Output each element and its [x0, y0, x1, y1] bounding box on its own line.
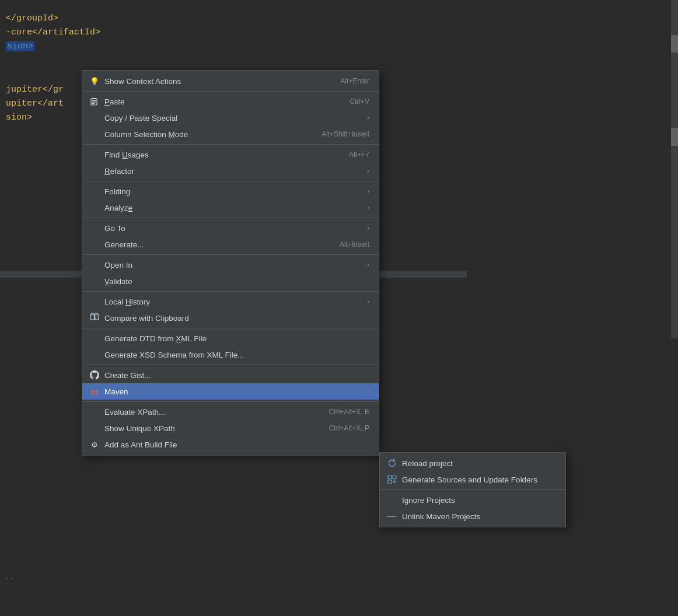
menu-item-validate[interactable]: Validate — [82, 273, 379, 289]
svg-rect-9 — [388, 475, 392, 479]
svg-rect-4 — [92, 103, 95, 104]
menu-item-analyze[interactable]: Analyze › — [82, 200, 379, 216]
svg-rect-11 — [388, 480, 392, 484]
submenu-label-unlink-maven: Unlink Maven Projects — [402, 512, 480, 521]
separator-5 — [82, 254, 379, 255]
menu-label-add-ant-build: Add as Ant Build File — [104, 440, 177, 449]
menu-label-validate: Validate — [104, 277, 132, 286]
shortcut-show-unique-xpath: Ctrl+Alt+X, P — [329, 424, 369, 432]
scrollbar-thumb-2[interactable] — [671, 128, 678, 146]
evaluate-xpath-icon — [89, 407, 100, 417]
local-history-icon — [89, 296, 100, 307]
menu-label-find-usages: Find Usages — [104, 150, 149, 159]
menu-label-go-to: Go To — [104, 224, 125, 233]
refactor-icon — [89, 166, 100, 176]
menu-label-local-history: Local History — [104, 298, 150, 306]
submenu-separator-1 — [380, 489, 565, 490]
menu-label-create-gist: Create Gist... — [104, 371, 151, 380]
separator-1 — [82, 91, 379, 92]
shortcut-column-selection: Alt+Shift+Insert — [321, 130, 369, 138]
menu-item-copy-paste-special[interactable]: Copy / Paste Special › — [82, 110, 379, 126]
go-to-icon — [89, 223, 100, 233]
generate-icon — [89, 239, 100, 250]
svg-rect-2 — [92, 100, 96, 101]
menu-item-generate[interactable]: Generate... Alt+Insert — [82, 236, 379, 253]
menu-item-show-context-actions[interactable]: 💡 Show Context Actions Alt+Enter — [82, 73, 379, 89]
submenu-item-generate-sources[interactable]: Generate Sources and Update Folders — [380, 471, 565, 488]
menu-item-folding[interactable]: Folding › — [82, 183, 379, 200]
separator-9 — [82, 401, 379, 402]
menu-item-open-in[interactable]: Open In › — [82, 257, 379, 273]
arrow-refactor: › — [367, 167, 369, 175]
shortcut-evaluate-xpath: Ctrl+Alt+X, E — [329, 408, 369, 416]
menu-label-generate: Generate... — [104, 240, 144, 249]
svg-rect-7 — [91, 313, 94, 315]
arrow-folding: › — [367, 187, 369, 195]
menu-label-column-selection: Column Selection Mode — [104, 130, 188, 139]
separator-4 — [82, 218, 379, 218]
menu-item-go-to[interactable]: Go To › — [82, 220, 379, 236]
shortcut-generate: Alt+Insert — [340, 240, 369, 249]
ant-icon: ⚙ — [89, 439, 100, 450]
menu-item-compare-clipboard[interactable]: Compare with Clipboard — [82, 310, 379, 326]
validate-icon — [89, 276, 100, 286]
menu-item-local-history[interactable]: Local History › — [82, 293, 379, 310]
show-unique-xpath-icon — [89, 423, 100, 433]
ignore-projects-icon — [387, 495, 397, 505]
menu-label-generate-xsd: Generate XSD Schema from XML File... — [104, 351, 244, 359]
menu-label-paste: Paste — [104, 97, 125, 106]
menu-label-analyze: Analyze — [104, 204, 132, 212]
menu-label-folding: Folding — [104, 187, 130, 196]
scrollbar-track[interactable] — [671, 0, 678, 338]
separator-8 — [82, 365, 379, 365]
generate-dtd-icon — [89, 333, 100, 344]
reload-icon — [387, 458, 397, 468]
menu-label-maven: Maven — [104, 387, 128, 396]
menu-item-generate-dtd[interactable]: Generate DTD from XML File — [82, 330, 379, 346]
arrow-local-history: › — [367, 298, 369, 306]
menu-item-maven[interactable]: m Maven › — [82, 383, 379, 400]
generate-sources-icon — [387, 474, 397, 485]
menu-item-add-ant-build[interactable]: ⚙ Add as Ant Build File — [82, 436, 379, 453]
menu-label-show-unique-xpath: Show Unique XPath — [104, 424, 175, 433]
find-usages-icon — [89, 149, 100, 160]
shortcut-show-context-actions: Alt+Enter — [340, 77, 369, 85]
menu-item-paste[interactable]: Paste Ctrl+V — [82, 93, 379, 110]
submenu-item-reload-project[interactable]: Reload project — [380, 455, 565, 471]
compare-clipboard-icon — [89, 313, 100, 323]
menu-item-refactor[interactable]: Refactor › — [82, 163, 379, 179]
submenu-item-unlink-maven[interactable]: — Unlink Maven Projects — [380, 508, 565, 524]
menu-item-find-usages[interactable]: Find Usages Alt+F7 — [82, 146, 379, 163]
submenu-label-generate-sources: Generate Sources and Update Folders — [402, 475, 537, 484]
separator-2 — [82, 144, 379, 145]
folding-icon — [89, 186, 100, 197]
menu-label-show-context-actions: Show Context Actions — [104, 77, 181, 86]
svg-rect-8 — [95, 313, 98, 315]
separator-6 — [82, 291, 379, 292]
submenu-label-ignore-projects: Ignore Projects — [402, 496, 455, 505]
open-in-icon — [89, 260, 100, 270]
menu-item-evaluate-xpath[interactable]: Evaluate XPath... Ctrl+Alt+X, E — [82, 404, 379, 420]
context-menu: 💡 Show Context Actions Alt+Enter Paste C… — [82, 70, 379, 456]
arrow-open-in: › — [367, 261, 369, 269]
menu-item-show-unique-xpath[interactable]: Show Unique XPath Ctrl+Alt+X, P — [82, 420, 379, 436]
menu-label-evaluate-xpath: Evaluate XPath... — [104, 408, 165, 416]
unlink-icon: — — [387, 511, 397, 522]
column-selection-icon — [89, 129, 100, 139]
shortcut-paste: Ctrl+V — [350, 97, 369, 106]
separator-3 — [82, 181, 379, 181]
svg-rect-3 — [92, 102, 96, 103]
menu-label-copy-paste-special: Copy / Paste Special — [104, 114, 177, 123]
submenu-item-ignore-projects[interactable]: Ignore Projects — [380, 492, 565, 508]
scrollbar-thumb-1[interactable] — [671, 35, 678, 52]
menu-item-create-gist[interactable]: Create Gist... — [82, 367, 379, 383]
paste-icon — [89, 96, 100, 107]
menu-label-compare-clipboard: Compare with Clipboard — [104, 314, 189, 323]
copy-paste-special-icon — [89, 113, 100, 123]
arrow-go-to: › — [367, 224, 369, 232]
menu-item-generate-xsd[interactable]: Generate XSD Schema from XML File... — [82, 346, 379, 363]
separator-7 — [82, 328, 379, 328]
menu-item-column-selection[interactable]: Column Selection Mode Alt+Shift+Insert — [82, 126, 379, 142]
svg-rect-10 — [393, 475, 396, 479]
arrow-maven: › — [367, 387, 369, 396]
